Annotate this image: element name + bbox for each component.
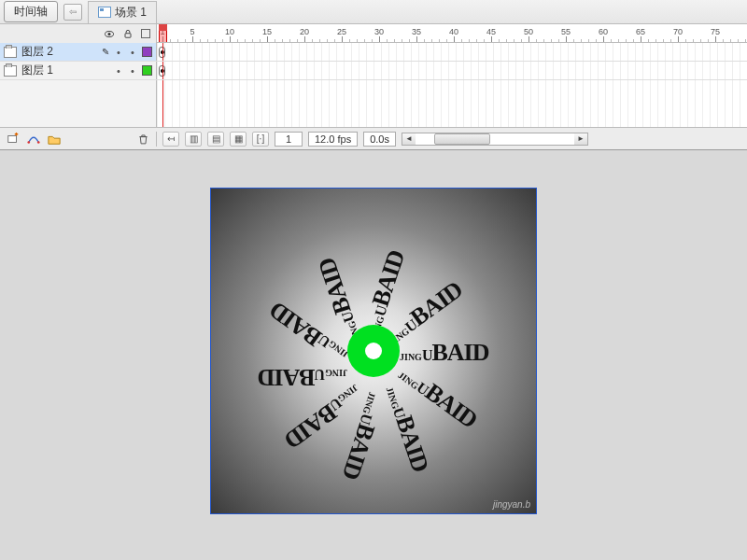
elapsed-time-field: 0.0s bbox=[363, 132, 396, 147]
back-arrow-button[interactable]: ⇦ bbox=[63, 4, 82, 21]
lock-toggle[interactable]: • bbox=[128, 65, 137, 77]
layer-header bbox=[0, 24, 157, 43]
stage-area[interactable]: JINGUBAIDJINGUBAIDJINGUBAIDJINGUBAIDJING… bbox=[0, 150, 747, 514]
onion-skin-button[interactable]: ▥ bbox=[185, 132, 202, 147]
new-folder-button[interactable] bbox=[47, 132, 62, 147]
scroll-track[interactable] bbox=[416, 133, 574, 145]
scroll-thumb[interactable] bbox=[434, 133, 490, 145]
lock-toggle[interactable]: • bbox=[128, 47, 137, 58]
scene-label: 场景 1 bbox=[115, 5, 147, 21]
ruler-number: 35 bbox=[412, 27, 421, 36]
ruler-number: 45 bbox=[486, 27, 496, 36]
scene-tab[interactable]: 场景 1 bbox=[88, 1, 157, 23]
new-guide-layer-button[interactable] bbox=[26, 132, 41, 147]
layer-name-label[interactable]: 图层 1 bbox=[21, 63, 109, 78]
ruler-number: 60 bbox=[599, 27, 608, 36]
stage-canvas[interactable]: JINGUBAIDJINGUBAIDJINGUBAIDJINGUBAIDJING… bbox=[210, 188, 537, 514]
onion-skin-outline-button[interactable]: ▤ bbox=[207, 132, 224, 147]
frames-empty bbox=[157, 80, 747, 127]
goto-first-frame-button[interactable]: ↤ bbox=[162, 132, 179, 147]
ruler-number: 25 bbox=[337, 27, 346, 36]
timeline-panel: 15101520253035404550556065707580 图层 2✎••… bbox=[0, 24, 747, 150]
watermark-text: jingyan.b bbox=[493, 499, 530, 510]
ruler-number: 30 bbox=[374, 27, 384, 36]
ruler-number: 5 bbox=[190, 27, 194, 36]
ruler-number: 55 bbox=[561, 27, 571, 36]
svg-rect-2 bbox=[125, 33, 131, 37]
ruler-number: 50 bbox=[524, 27, 533, 36]
ruler-number: 75 bbox=[711, 27, 720, 36]
scroll-right-button[interactable]: ► bbox=[574, 133, 587, 145]
visibility-toggle[interactable]: • bbox=[114, 47, 123, 58]
frames-track[interactable] bbox=[157, 62, 747, 79]
svg-point-5 bbox=[37, 141, 40, 144]
playhead[interactable] bbox=[159, 24, 167, 42]
layer-row[interactable]: 图层 1•• bbox=[0, 62, 747, 80]
outline-color-swatch[interactable] bbox=[142, 47, 152, 57]
outline-column-icon[interactable] bbox=[141, 29, 150, 38]
visibility-column-icon[interactable] bbox=[104, 28, 115, 39]
svg-point-4 bbox=[27, 141, 30, 144]
center-shape[interactable] bbox=[347, 325, 400, 377]
frames-track[interactable] bbox=[157, 43, 747, 61]
scene-icon bbox=[98, 7, 111, 18]
layer-icon bbox=[4, 47, 17, 58]
edit-multiple-frames-button[interactable]: ▦ bbox=[230, 132, 247, 147]
layer-list-empty bbox=[0, 80, 157, 127]
delete-layer-button[interactable] bbox=[135, 132, 150, 147]
visibility-toggle[interactable]: • bbox=[114, 65, 123, 77]
timeline-tab-button[interactable]: 时间轴 bbox=[4, 1, 58, 22]
layer-row[interactable]: 图层 2✎•• bbox=[0, 43, 747, 62]
ruler-number: 40 bbox=[449, 27, 458, 36]
layer-icon bbox=[4, 65, 17, 77]
frame-ruler[interactable]: 15101520253035404550556065707580 bbox=[157, 24, 747, 43]
current-frame-field[interactable]: 1 bbox=[275, 132, 303, 147]
scroll-left-button[interactable]: ◄ bbox=[402, 133, 416, 145]
new-layer-button[interactable] bbox=[6, 132, 21, 147]
svg-point-1 bbox=[108, 33, 111, 35]
ruler-number: 15 bbox=[262, 27, 272, 36]
pencil-icon: ✎ bbox=[102, 47, 109, 57]
layer-name-label[interactable]: 图层 2 bbox=[21, 44, 97, 60]
outline-color-swatch[interactable] bbox=[142, 65, 152, 76]
ruler-number: 65 bbox=[636, 27, 645, 36]
timeline-scrollbar[interactable]: ◄ ► bbox=[402, 133, 588, 146]
modify-onion-markers-button[interactable]: [·] bbox=[252, 132, 269, 147]
ruler-number: 10 bbox=[225, 27, 234, 36]
svg-rect-3 bbox=[8, 135, 17, 142]
lock-column-icon[interactable] bbox=[122, 28, 134, 39]
ruler-number: 70 bbox=[673, 27, 683, 36]
fps-field[interactable]: 12.0 fps bbox=[308, 132, 358, 147]
ruler-number: 20 bbox=[300, 27, 309, 36]
